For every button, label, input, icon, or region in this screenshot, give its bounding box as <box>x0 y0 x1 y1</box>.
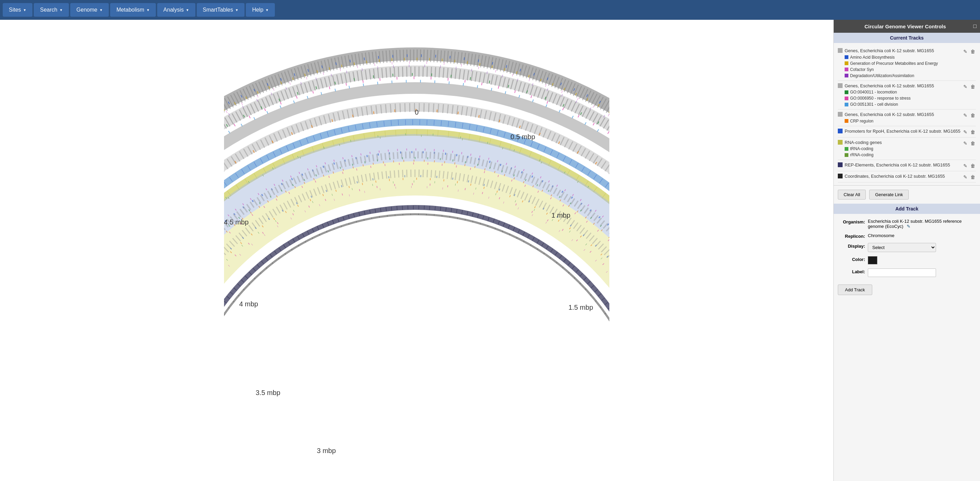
track2-sub3-color <box>845 103 848 107</box>
track2-name: Genes, Escherichia coli K-12 substr. MG1… <box>845 83 961 89</box>
track5-edit-button[interactable]: ✎ <box>963 140 968 147</box>
replicon-value: Chromosome <box>868 233 976 238</box>
track1-sub1: Amino Acid Biosynthesis <box>845 54 961 61</box>
track1-delete-button[interactable]: 🗑 <box>970 48 976 55</box>
nav-help-label: Help <box>252 7 263 13</box>
nav-analysis[interactable]: Analysis ▼ <box>157 3 195 17</box>
side-panel: Circular Genome Viewer Controls □ Curren… <box>834 20 980 481</box>
color-label: Color: <box>838 256 865 262</box>
track4-delete-button[interactable]: 🗑 <box>970 129 976 135</box>
track6-edit-button[interactable]: ✎ <box>963 162 968 169</box>
nav-search-caret: ▼ <box>59 8 63 12</box>
track1-sub4-color <box>845 74 848 77</box>
track5-sub1-color <box>845 147 848 151</box>
track5-sub2-color <box>845 153 848 157</box>
generate-link-button[interactable]: Generate Link <box>869 190 909 199</box>
track3-sub1-color <box>845 119 848 123</box>
track4-edit-button[interactable]: ✎ <box>963 129 968 135</box>
track5-info: RNA-coding genes tRNA-coding rRNA-coding <box>845 139 961 158</box>
track2-sub2-label: GO:0006950 - response to stress <box>850 95 910 101</box>
track4-name: Promoters for RpoH, Escherichia coli K-1… <box>845 128 961 135</box>
nav-sites-label: Sites <box>9 7 21 13</box>
nav-analysis-label: Analysis <box>163 7 184 13</box>
label-0-5mbp: 0.5 mbp <box>511 133 535 140</box>
track-list: Genes, Escherichia coli K-12 substr. MG1… <box>834 43 980 185</box>
label-4mbp: 4 mbp <box>239 300 258 308</box>
organism-row: Organism: Escherichia coli K-12 substr. … <box>838 219 976 229</box>
track2-sub2-color <box>845 97 848 100</box>
nav-sites[interactable]: Sites ▼ <box>3 3 32 17</box>
track7-delete-button[interactable]: 🗑 <box>970 174 976 180</box>
nav-search-label: Search <box>40 7 57 13</box>
nav-genome-label: Genome <box>76 7 97 13</box>
track3-edit-button[interactable]: ✎ <box>963 112 968 119</box>
current-tracks-header: Current Tracks <box>834 33 980 43</box>
track1-edit-button[interactable]: ✎ <box>963 48 968 55</box>
track7-info: Coordinates, Escherichia coli K-12 subst… <box>845 173 961 180</box>
track4-color <box>838 129 843 134</box>
track6-name: REP-Elements, Escherichia coli K-12 subs… <box>845 162 961 169</box>
track2-color <box>838 83 843 88</box>
main-area: 0 0.5 mbp 1 mbp 1.5 mbp 4 mbp 4.5 mbp 3.… <box>0 20 980 481</box>
track6-actions: ✎ 🗑 <box>963 162 976 169</box>
display-row: Display: Select Genes Promoters RNA-codi… <box>838 243 976 252</box>
label-input[interactable] <box>868 269 936 277</box>
track1-sub3-label: Cofactor Syn <box>850 67 873 73</box>
track1-info: Genes, Escherichia coli K-12 substr. MG1… <box>845 48 961 79</box>
track3-actions: ✎ 🗑 <box>963 111 976 119</box>
display-label: Display: <box>838 243 865 249</box>
track1-sub4: Degradation/Utilization/Assimilation <box>845 73 961 79</box>
track7-name: Coordinates, Escherichia coli K-12 subst… <box>845 173 961 180</box>
track2-delete-button[interactable]: 🗑 <box>970 83 976 90</box>
add-track-section: Organism: Escherichia coli K-12 substr. … <box>834 214 980 300</box>
track3-delete-button[interactable]: 🗑 <box>970 112 976 119</box>
nav-analysis-caret: ▼ <box>186 8 189 12</box>
label-3-5mbp: 3.5 mbp <box>256 389 280 397</box>
track1-color <box>838 48 843 53</box>
organism-text: Escherichia coli K-12 substr. MG1655 ref… <box>868 219 962 229</box>
add-track-header: Add Track <box>834 204 980 214</box>
track1-sub2-color <box>845 61 848 65</box>
nav-help[interactable]: Help ▼ <box>246 3 275 17</box>
display-select[interactable]: Select Genes Promoters RNA-coding genes … <box>868 243 936 252</box>
track3-sub1: CRP regulon <box>845 118 961 124</box>
track5-sub1: tRNA-coding <box>845 146 961 152</box>
nav-smarttables-caret: ▼ <box>235 8 239 12</box>
organism-edit-icon[interactable]: ✎ <box>907 224 910 229</box>
panel-header: Circular Genome Viewer Controls □ <box>834 20 980 33</box>
track1-sub4-label: Degradation/Utilization/Assimilation <box>850 73 914 79</box>
track6-delete-button[interactable]: 🗑 <box>970 162 976 169</box>
track2-sub3: GO:0051301 - cell division <box>845 101 961 107</box>
panel-close-button[interactable]: □ <box>973 23 977 29</box>
track2-sub3-label: GO:0051301 - cell division <box>850 101 898 107</box>
nav-smarttables[interactable]: SmartTables ▼ <box>197 3 245 17</box>
color-row: Color: <box>838 256 976 264</box>
track5-sub2-label: rRNA-coding <box>850 152 873 158</box>
track6-color <box>838 162 843 167</box>
track5-color <box>838 140 843 145</box>
track7-edit-button[interactable]: ✎ <box>963 174 968 180</box>
genome-svg: 0 0.5 mbp 1 mbp 1.5 mbp 4 mbp 4.5 mbp 3.… <box>0 20 834 481</box>
nav-metabolism-label: Metabolism <box>116 7 144 13</box>
nav-metabolism[interactable]: Metabolism ▼ <box>110 3 156 17</box>
track5-sub1-label: tRNA-coding <box>850 146 873 152</box>
track5-delete-button[interactable]: 🗑 <box>970 140 976 147</box>
track4-info: Promoters for RpoH, Escherichia coli K-1… <box>845 128 961 135</box>
label-1mbp: 1 mbp <box>551 212 571 219</box>
track-buttons-area: Clear All Generate Link <box>834 185 980 204</box>
add-track-button[interactable]: Add Track <box>838 285 872 295</box>
nav-search[interactable]: Search ▼ <box>34 3 69 17</box>
track7-color <box>838 174 843 178</box>
track2-edit-button[interactable]: ✎ <box>963 83 968 90</box>
clear-all-button[interactable]: Clear All <box>838 190 866 199</box>
replicon-label: Replicon: <box>838 233 865 239</box>
label-4-5mbp: 4.5 mbp <box>224 218 248 226</box>
track1-sub2: Generation of Precursor Metabolites and … <box>845 61 961 67</box>
nav-genome[interactable]: Genome ▼ <box>70 3 109 17</box>
track1-actions: ✎ 🗑 <box>963 48 976 55</box>
nav-help-caret: ▼ <box>265 8 269 12</box>
nav-smarttables-label: SmartTables <box>203 7 233 13</box>
color-swatch[interactable] <box>868 256 877 264</box>
track4-actions: ✎ 🗑 <box>963 128 976 135</box>
track5-name: RNA-coding genes <box>845 139 961 146</box>
